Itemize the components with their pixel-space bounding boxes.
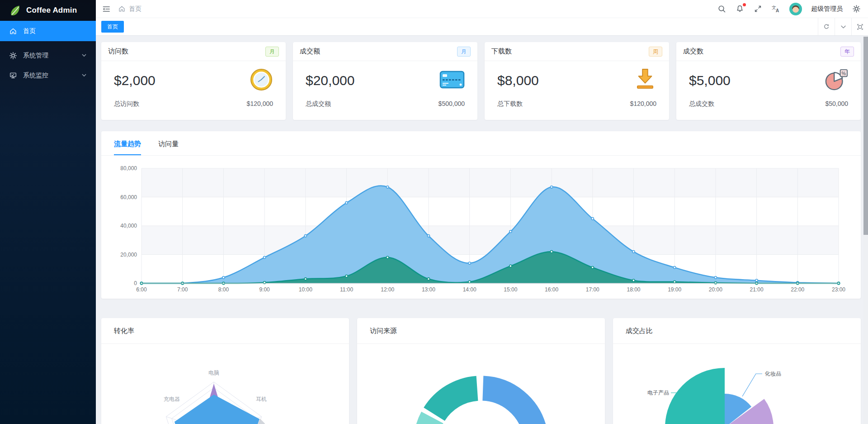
- tab-controls: [818, 18, 868, 35]
- pie-label-electronics: 电子产品: [647, 390, 669, 396]
- search-icon[interactable]: [717, 5, 726, 14]
- svg-text:16:00: 16:00: [545, 286, 558, 293]
- stat-card-header: 成交数 年: [676, 42, 861, 61]
- visit-source-donut-chart: [357, 344, 605, 424]
- tab-visit-volume[interactable]: 访问量: [158, 140, 179, 155]
- sidebar-item-system-management[interactable]: 系统管理: [0, 46, 96, 66]
- visit-source-card: 访问来源: [357, 318, 605, 424]
- sidebar: Coffee Admin 首页 系统管理: [0, 0, 96, 424]
- username-label[interactable]: 超级管理员: [811, 5, 843, 13]
- breadcrumb[interactable]: 首页: [118, 5, 142, 13]
- stat-value: $5,000: [689, 73, 731, 88]
- stat-footer-label: 总访问数: [114, 100, 139, 108]
- sidebar-item-label: 首页: [23, 27, 36, 35]
- period-badge: 月: [265, 47, 279, 57]
- page-tabbar: 首页: [96, 18, 868, 36]
- home-icon: [118, 5, 126, 13]
- pie-percent-icon: %: [824, 68, 848, 93]
- svg-text:19:00: 19:00: [668, 286, 681, 293]
- deal-share-card: 成交占比 电子产品 化妆品: [613, 318, 861, 424]
- stat-card-visits: 访问数 月 $2,000 总访问数 $120,000: [101, 42, 286, 120]
- stat-card-footer: 总下载数 $120,000: [485, 100, 669, 108]
- card-title: 转化率: [114, 327, 134, 335]
- tab-home[interactable]: 首页: [101, 21, 124, 33]
- svg-text:12:00: 12:00: [381, 286, 394, 293]
- stat-value: $2,000: [114, 73, 156, 88]
- app-title: Coffee Admin: [26, 6, 77, 15]
- stat-value: $8,000: [497, 73, 539, 88]
- pie-label-cosmetics: 化妆品: [764, 371, 781, 377]
- svg-text:6:00: 6:00: [136, 286, 147, 293]
- sidebar-item-label: 系统监控: [23, 71, 48, 80]
- svg-text:15:00: 15:00: [504, 286, 517, 293]
- sidebar-item-home[interactable]: 首页: [0, 21, 96, 41]
- bank-card-icon: [439, 70, 465, 91]
- svg-text:40,000: 40,000: [120, 223, 137, 229]
- page-scrollbar-track[interactable]: [863, 36, 868, 424]
- stat-footer-value: $50,000: [825, 100, 848, 108]
- svg-text:13:00: 13:00: [422, 286, 435, 293]
- svg-text:A: A: [776, 8, 779, 13]
- svg-text:80,000: 80,000: [120, 165, 137, 172]
- stat-card-header: 下载数 周: [485, 42, 669, 61]
- stat-value: $20,000: [306, 73, 354, 88]
- conversion-radar-chart: 电脑 充电器 耳机: [101, 344, 349, 424]
- period-badge: 周: [649, 47, 662, 57]
- notification-dot: [743, 3, 746, 6]
- svg-text:9:00: 9:00: [259, 286, 270, 293]
- menu-spacer: [0, 41, 96, 46]
- stat-footer-label: 总成交额: [306, 100, 331, 108]
- stat-footer-value: $500,000: [439, 100, 465, 108]
- stat-card-title: 成交额: [300, 47, 320, 56]
- breadcrumb-home-label: 首页: [129, 5, 142, 13]
- page-scrollbar-thumb[interactable]: [863, 37, 868, 235]
- svg-text:23:00: 23:00: [832, 286, 845, 293]
- navbar-left: 首页: [96, 5, 142, 14]
- sidebar-item-system-monitor[interactable]: 系统监控: [0, 66, 96, 86]
- refresh-button[interactable]: [818, 18, 835, 35]
- chevron-down-icon: [81, 52, 87, 59]
- svg-text:20:00: 20:00: [709, 286, 722, 293]
- menu-fold-button[interactable]: [102, 5, 111, 14]
- svg-text:60,000: 60,000: [120, 194, 137, 200]
- conversion-rate-card: 转化率 电脑 充电器 耳机: [101, 318, 349, 424]
- svg-text:14:00: 14:00: [463, 286, 476, 293]
- stat-footer-value: $120,000: [247, 100, 273, 108]
- clock-icon: [250, 68, 273, 93]
- maximize-button[interactable]: [851, 18, 868, 35]
- deal-share-pie-chart: 电子产品 化妆品: [613, 344, 861, 424]
- sidebar-menu: 首页 系统管理: [0, 21, 96, 86]
- stat-card-body: $5,000 %: [676, 61, 861, 100]
- stat-footer-value: $120,000: [630, 100, 656, 108]
- svg-text:21:00: 21:00: [750, 286, 764, 293]
- period-badge: 月: [457, 47, 471, 57]
- traffic-trend-card: 流量趋势 访问量 6:007:008:009:0010:0011:0012:00…: [101, 131, 861, 299]
- sidebar-item-label: 系统管理: [23, 52, 48, 60]
- card-title-bar: 转化率: [101, 318, 349, 344]
- stat-card-deals: 成交数 年 $5,000 % 总成交数 $50,000: [676, 42, 861, 120]
- svg-text:10:00: 10:00: [299, 286, 312, 293]
- period-badge: 年: [840, 47, 854, 57]
- svg-text:0: 0: [134, 280, 137, 286]
- svg-text:%: %: [842, 71, 846, 76]
- translate-icon[interactable]: 文 A: [771, 5, 780, 14]
- home-icon: [9, 27, 17, 35]
- gear-icon: [9, 52, 17, 60]
- stat-card-title: 成交数: [683, 47, 703, 56]
- radar-axis-label: 电脑: [208, 370, 219, 376]
- svg-text:22:00: 22:00: [791, 286, 804, 293]
- chevron-down-icon: [81, 72, 87, 79]
- radar-axis-label: 充电器: [164, 396, 180, 402]
- tab-dropdown-button[interactable]: [835, 18, 851, 35]
- user-avatar[interactable]: [789, 3, 802, 15]
- avatar-face: [793, 7, 799, 13]
- stat-card-footer: 总成交数 $50,000: [676, 100, 861, 108]
- settings-gear-icon[interactable]: [852, 5, 861, 14]
- notification-bell-icon[interactable]: [735, 5, 744, 14]
- fullscreen-icon[interactable]: [753, 5, 762, 14]
- download-icon: [634, 67, 656, 94]
- stat-card-body: $2,000: [101, 61, 286, 100]
- stat-footer-label: 总成交数: [689, 100, 714, 108]
- tab-traffic-trend[interactable]: 流量趋势: [114, 140, 141, 155]
- logo[interactable]: Coffee Admin: [0, 0, 96, 21]
